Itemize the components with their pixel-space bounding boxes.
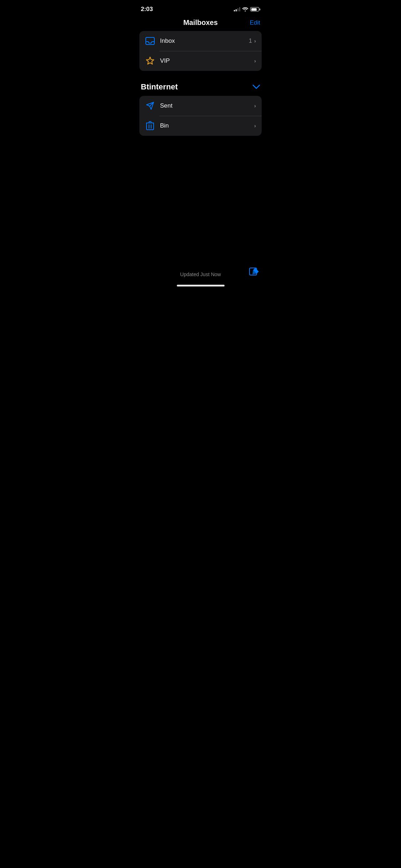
collapse-button[interactable]: [252, 84, 260, 89]
inbox-label: Inbox: [160, 37, 249, 45]
sent-item[interactable]: Sent ›: [139, 96, 262, 116]
inbox-badge: 1: [249, 37, 252, 45]
edit-button[interactable]: Edit: [250, 19, 260, 26]
bin-chevron: ›: [254, 123, 256, 129]
sent-label: Sent: [160, 102, 254, 109]
home-indicator: [177, 285, 225, 286]
star-icon: [145, 56, 155, 66]
updated-text: Updated Just Now: [180, 272, 221, 277]
icloud-mailbox-group: Inbox 1 › VIP ›: [139, 31, 262, 71]
svg-rect-1: [146, 123, 154, 130]
inbox-icon: [145, 36, 155, 46]
status-bar: 2:03: [134, 0, 267, 16]
btinternet-section-header: Btinternet: [139, 82, 262, 96]
vip-item[interactable]: VIP ›: [139, 51, 262, 71]
page-title: Mailboxes: [183, 19, 218, 27]
main-content: Inbox 1 › VIP › Btinternet: [134, 31, 267, 136]
sent-icon: [145, 101, 155, 111]
status-icons: [234, 7, 260, 11]
signal-icon: [234, 7, 240, 11]
bin-label: Bin: [160, 122, 254, 129]
battery-icon: [250, 7, 260, 11]
status-time: 2:03: [141, 6, 153, 13]
vip-label: VIP: [160, 57, 254, 64]
trash-icon: [145, 121, 155, 131]
wifi-icon: [242, 7, 248, 11]
inbox-item[interactable]: Inbox 1 ›: [139, 31, 262, 51]
inbox-chevron: ›: [254, 38, 256, 44]
btinternet-title: Btinternet: [141, 82, 178, 92]
btinternet-mailbox-group: Sent › Bin ›: [139, 96, 262, 136]
nav-header: Mailboxes Edit: [134, 16, 267, 31]
bin-item[interactable]: Bin ›: [139, 116, 262, 136]
sent-chevron: ›: [254, 103, 256, 109]
compose-button[interactable]: [248, 267, 260, 279]
vip-chevron: ›: [254, 58, 256, 64]
